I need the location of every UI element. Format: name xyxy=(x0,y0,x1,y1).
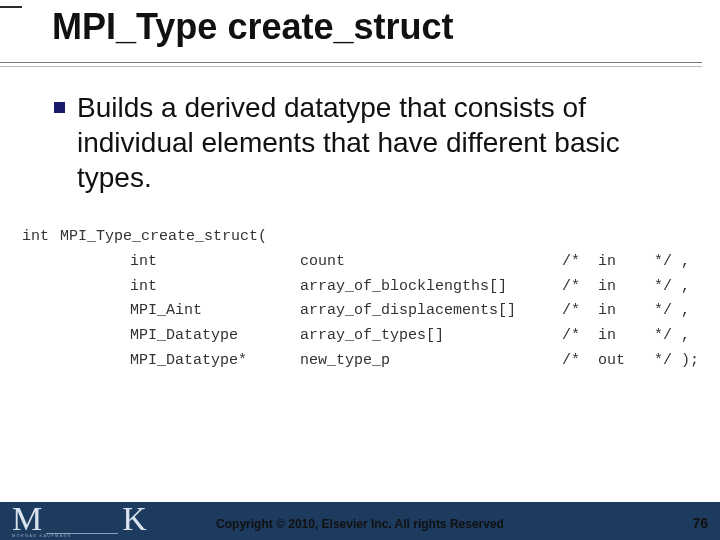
param-comment: /* in xyxy=(562,250,654,275)
bullet-icon xyxy=(54,102,65,113)
code-param-row: int array_of_blocklengths[] /* in */ , xyxy=(22,275,690,300)
code-func-name: MPI_Type_create_struct( xyxy=(60,225,267,250)
code-param-row: MPI_Datatype* new_type_p /* out */ ); xyxy=(22,349,690,374)
param-type: MPI_Datatype xyxy=(130,324,300,349)
param-tail: */ , xyxy=(654,275,690,300)
code-return-type: int xyxy=(22,225,60,250)
param-type: MPI_Datatype* xyxy=(130,349,300,374)
page-number: 76 xyxy=(692,515,708,531)
slide: MPI_Type create_struct Builds a derived … xyxy=(0,0,720,540)
bullet-item: Builds a derived datatype that consists … xyxy=(54,90,690,195)
title-underline-2 xyxy=(0,66,702,67)
param-comment: /* in xyxy=(562,299,654,324)
body: Builds a derived datatype that consists … xyxy=(54,90,690,195)
code-signature: int MPI_Type_create_struct( int count /*… xyxy=(22,225,690,374)
param-type: int xyxy=(130,275,300,300)
bullet-text: Builds a derived datatype that consists … xyxy=(77,90,690,195)
logo-subtext: MORGAN KAUFMANN xyxy=(12,533,72,538)
copyright: Copyright © 2010, Elsevier Inc. All righ… xyxy=(0,517,720,531)
param-type: MPI_Aint xyxy=(130,299,300,324)
page-title: MPI_Type create_struct xyxy=(52,6,720,48)
title-area: MPI_Type create_struct xyxy=(0,6,720,54)
param-tail: */ , xyxy=(654,299,690,324)
param-comment: /* out xyxy=(562,349,654,374)
param-tail: */ , xyxy=(654,324,690,349)
code-param-row: MPI_Aint array_of_displacements[] /* in … xyxy=(22,299,690,324)
title-left-rule xyxy=(0,6,22,52)
param-name: array_of_displacements[] xyxy=(300,299,562,324)
title-underline xyxy=(0,62,702,63)
param-name: new_type_p xyxy=(300,349,562,374)
param-type: int xyxy=(130,250,300,275)
param-tail: */ , xyxy=(654,250,690,275)
param-name: array_of_blocklengths[] xyxy=(300,275,562,300)
param-tail: */ ); xyxy=(654,349,690,374)
param-comment: /* in xyxy=(562,324,654,349)
code-param-row: MPI_Datatype array_of_types[] /* in */ , xyxy=(22,324,690,349)
code-header-row: int MPI_Type_create_struct( xyxy=(22,225,690,250)
param-name: array_of_types[] xyxy=(300,324,562,349)
code-param-row: int count /* in */ , xyxy=(22,250,690,275)
param-name: count xyxy=(300,250,562,275)
param-comment: /* in xyxy=(562,275,654,300)
